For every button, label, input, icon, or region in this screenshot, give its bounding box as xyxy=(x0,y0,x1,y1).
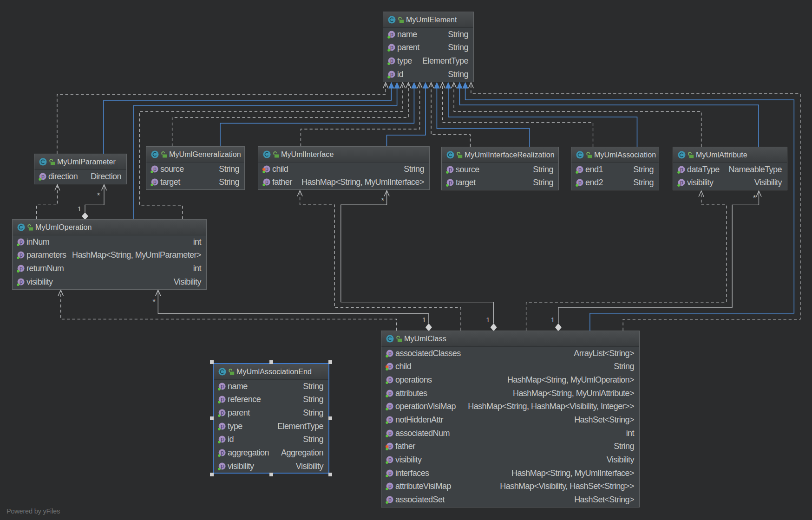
svg-text:p: p xyxy=(221,383,224,390)
svg-text:p: p xyxy=(578,180,582,186)
svg-text:p: p xyxy=(388,430,392,436)
svg-text:p: p xyxy=(449,166,452,173)
svg-text:p: p xyxy=(221,436,224,443)
svg-text:p: p xyxy=(388,483,392,490)
svg-text:*: * xyxy=(381,196,384,205)
svg-text:p: p xyxy=(680,166,683,173)
svg-text:1: 1 xyxy=(422,316,426,324)
svg-text:p: p xyxy=(20,265,23,272)
svg-text:p: p xyxy=(680,180,683,186)
svg-text:p: p xyxy=(388,403,392,410)
svg-text:p: p xyxy=(578,166,582,173)
svg-text:p: p xyxy=(388,350,392,357)
svg-text:p: p xyxy=(390,45,393,51)
svg-text:p: p xyxy=(388,470,392,476)
svg-text:p: p xyxy=(221,423,224,429)
svg-text:1: 1 xyxy=(486,316,490,324)
svg-text:p: p xyxy=(221,396,224,403)
svg-text:*: * xyxy=(97,191,100,200)
svg-text:p: p xyxy=(388,377,392,383)
svg-text:p: p xyxy=(20,239,23,245)
svg-text:p: p xyxy=(20,252,23,259)
svg-text:p: p xyxy=(388,496,392,503)
svg-text:p: p xyxy=(221,463,224,469)
svg-text:p: p xyxy=(390,31,393,38)
svg-text:p: p xyxy=(388,416,392,423)
svg-text:p: p xyxy=(390,71,393,78)
svg-text:p: p xyxy=(265,179,268,186)
svg-text:*: * xyxy=(753,194,756,202)
svg-text:p: p xyxy=(449,180,452,186)
svg-text:p: p xyxy=(388,364,392,370)
svg-text:p: p xyxy=(390,58,393,64)
svg-text:p: p xyxy=(153,166,157,172)
svg-text:p: p xyxy=(20,279,23,285)
svg-text:1: 1 xyxy=(78,205,81,213)
svg-text:1: 1 xyxy=(551,316,555,324)
svg-text:p: p xyxy=(41,173,45,180)
svg-text:p: p xyxy=(388,456,392,463)
svg-text:p: p xyxy=(153,179,157,186)
svg-text:p: p xyxy=(388,390,392,396)
svg-text:p: p xyxy=(221,449,224,456)
svg-text:p: p xyxy=(221,410,224,416)
svg-text:p: p xyxy=(388,443,392,450)
svg-text:*: * xyxy=(152,298,156,306)
svg-text:p: p xyxy=(265,166,268,172)
